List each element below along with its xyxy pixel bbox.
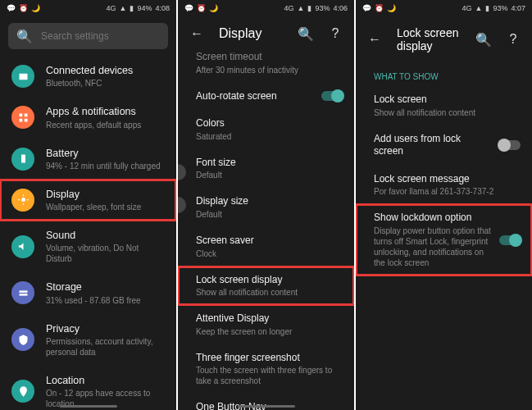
back-icon[interactable]: ← xyxy=(367,32,382,47)
apps-icon xyxy=(11,106,34,129)
svg-rect-3 xyxy=(19,119,22,122)
chat-icon: 💬 xyxy=(7,4,16,12)
toggle-switch[interactable] xyxy=(321,91,343,101)
help-icon[interactable]: ? xyxy=(328,26,343,41)
lockscreen-setting[interactable]: Add users from lock screen xyxy=(356,125,532,166)
display-setting[interactable]: ColorsSaturated xyxy=(178,110,354,149)
alarm-icon: ⏰ xyxy=(375,4,384,12)
svg-rect-0 xyxy=(19,73,27,80)
item-title: Battery xyxy=(46,147,165,160)
phone-lockscreen-settings: 💬 ⏰ 🌙 4G ▲ ▮ 93% 4:07 ← Lock screen disp… xyxy=(356,0,532,410)
phone-display-settings: 💬 ⏰ 🌙 4G ▲ ▮ 93% 4:06 ← Display 🔍 ? Scre… xyxy=(178,0,354,410)
settings-item-privacy[interactable]: Privacy Permissions, account activity, p… xyxy=(0,314,176,366)
page-title: Lock screen display xyxy=(397,26,462,52)
setting-title: Font size xyxy=(196,157,339,170)
header: ← Display 🔍 ? xyxy=(178,16,354,51)
display-setting[interactable]: Attentive DisplayKeep the screen on long… xyxy=(178,305,354,344)
item-subtitle: 31% used - 87.68 GB free xyxy=(46,295,165,306)
setting-subtitle: Touch the screen with three fingers to t… xyxy=(196,365,339,386)
network-label: 4G xyxy=(462,4,472,12)
setting-title: Colors xyxy=(196,117,339,130)
setting-subtitle: Show all notification content xyxy=(374,107,517,118)
storage-icon xyxy=(11,281,34,304)
setting-title: Display size xyxy=(196,195,339,208)
chat-icon: 💬 xyxy=(362,4,371,12)
search-icon[interactable]: 🔍 xyxy=(298,26,313,41)
display-setting[interactable]: Lock screen displayShow all notification… xyxy=(178,266,354,306)
phone-settings-main: 💬 ⏰ 🌙 4G ▲ ▮ 94% 4:08 🔍 Connected device… xyxy=(0,0,176,410)
header: ← Lock screen display 🔍 ? xyxy=(356,16,532,62)
setting-title: Lock screen xyxy=(374,93,517,107)
item-subtitle: Permissions, account activity, personal … xyxy=(46,336,165,358)
nav-indicator[interactable] xyxy=(60,405,117,408)
setting-title: Auto-rotate screen xyxy=(196,90,339,103)
setting-subtitle: Default xyxy=(196,209,339,220)
settings-item-apps[interactable]: Apps & notifications Recent apps, defaul… xyxy=(0,97,176,138)
alarm-icon: ⏰ xyxy=(19,4,28,12)
dnd-icon: 🌙 xyxy=(31,4,40,12)
dnd-icon: 🌙 xyxy=(209,4,218,12)
setting-title: Screen timeout xyxy=(196,51,339,64)
network-label: 4G xyxy=(284,4,294,12)
battery-pct: 93% xyxy=(493,4,507,12)
page-title: Display xyxy=(219,26,284,41)
setting-subtitle: Por favor llama al 261-373-737-2 xyxy=(374,186,517,197)
settings-item-storage[interactable]: Storage 31% used - 87.68 GB free xyxy=(0,272,176,313)
settings-item-sound[interactable]: Sound Volume, vibration, Do Not Disturb xyxy=(0,221,176,272)
setting-title: Add users from lock screen xyxy=(374,133,493,158)
setting-subtitle: Clock xyxy=(196,248,339,259)
display-setting[interactable]: One Button NavNavigate with gestures xyxy=(178,394,354,410)
sound-icon xyxy=(11,235,34,258)
display-setting[interactable]: Font sizeDefault xyxy=(178,149,354,189)
settings-item-location[interactable]: Location On - 12 apps have access to loc… xyxy=(0,366,176,410)
item-subtitle: Bluetooth, NFC xyxy=(46,78,165,89)
item-subtitle: Volume, vibration, Do Not Disturb xyxy=(46,243,165,264)
display-setting[interactable]: Auto-rotate screen xyxy=(178,83,354,111)
svg-rect-8 xyxy=(19,294,27,296)
search-input[interactable] xyxy=(41,30,160,42)
search-icon[interactable]: 🔍 xyxy=(476,32,491,47)
help-icon[interactable]: ? xyxy=(506,32,521,47)
battery-pct: 93% xyxy=(315,4,330,12)
devices-icon xyxy=(11,65,34,88)
settings-item-devices[interactable]: Connected devices Bluetooth, NFC xyxy=(0,56,176,97)
display-setting[interactable]: Three finger screenshotTouch the screen … xyxy=(178,344,354,394)
lockscreen-setting[interactable]: Lock screenShow all notification content xyxy=(356,86,532,125)
setting-title: Three finger screenshot xyxy=(196,352,339,365)
display-setting[interactable]: Display sizeDefault xyxy=(178,188,354,227)
battery-icon: ▮ xyxy=(307,4,311,12)
lockscreen-setting[interactable]: Lock screen messagePor favor llama al 26… xyxy=(356,166,532,205)
item-subtitle: Recent apps, default apps xyxy=(46,120,165,130)
setting-title: Show lockdown option xyxy=(374,212,493,225)
settings-item-battery[interactable]: Battery 94% - 12 min until fully charged xyxy=(0,139,176,180)
item-title: Apps & notifications xyxy=(46,105,165,118)
setting-subtitle: Keep the screen on longer xyxy=(196,326,339,337)
toggle-switch[interactable] xyxy=(499,140,521,150)
item-title: Connected devices xyxy=(46,64,165,77)
svg-rect-4 xyxy=(24,119,27,122)
display-list: Screen timeoutAfter 30 minutes of inacti… xyxy=(178,51,354,410)
signal-icon: ▲ xyxy=(298,4,305,12)
item-subtitle: Wallpaper, sleep, font size xyxy=(46,202,165,212)
display-icon xyxy=(11,189,34,212)
battery-icon: ▮ xyxy=(130,4,134,12)
signal-icon: ▲ xyxy=(120,4,127,12)
item-title: Display xyxy=(46,188,165,201)
item-subtitle: 94% - 12 min until fully charged xyxy=(46,161,165,171)
chat-icon: 💬 xyxy=(184,4,193,12)
settings-list: Connected devices Bluetooth, NFC Apps & … xyxy=(0,56,176,410)
lockscreen-list: Lock screenShow all notification content… xyxy=(356,86,532,410)
clock: 4:07 xyxy=(511,4,525,12)
nav-indicator[interactable] xyxy=(238,405,295,408)
setting-title: Attentive Display xyxy=(196,312,339,326)
network-label: 4G xyxy=(107,4,116,12)
back-icon[interactable]: ← xyxy=(189,26,204,41)
setting-title: Lock screen message xyxy=(374,173,517,186)
settings-item-display[interactable]: Display Wallpaper, sleep, font size xyxy=(0,180,176,221)
display-setting[interactable]: Screen saverClock xyxy=(178,227,354,266)
lockscreen-setting[interactable]: Show lockdown optionDisplay power button… xyxy=(356,204,532,276)
battery-icon xyxy=(11,148,34,171)
display-setting[interactable]: Screen timeoutAfter 30 minutes of inacti… xyxy=(178,51,354,83)
toggle-switch[interactable] xyxy=(499,235,521,245)
search-bar[interactable]: 🔍 xyxy=(8,23,168,49)
